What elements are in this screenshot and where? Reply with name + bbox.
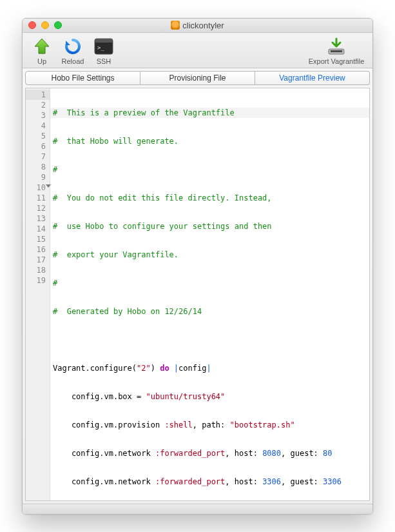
code-line: Vagrant.configure("2") do |config| [50, 363, 369, 373]
up-label: Up [37, 57, 46, 65]
code-line: # use Hobo to configure your settings an… [50, 221, 369, 232]
reload-label: Reload [62, 57, 84, 65]
minimize-icon[interactable] [41, 21, 49, 29]
line-number: 1 [26, 90, 50, 100]
line-number: 15 [26, 234, 50, 244]
tab-label: Hobo File Settings [51, 74, 114, 83]
up-arrow-icon [32, 36, 52, 57]
code-line: config.vm.provision :shell, path: "boots… [50, 420, 369, 430]
line-number: 13 [26, 213, 50, 224]
code-line: # [50, 164, 369, 175]
toolbar: Up Reload >_ SSH [23, 33, 372, 68]
terminal-icon: >_ [93, 36, 114, 57]
line-number: 14 [26, 224, 50, 234]
code-line: # that Hobo will generate. [50, 136, 369, 146]
tab-label: Vagrantfile Preview [279, 74, 345, 83]
code-area[interactable]: # This is a preview of the Vagrantfile #… [50, 88, 369, 500]
line-number: 17 [26, 255, 50, 265]
up-button[interactable]: Up [26, 36, 57, 65]
fold-toggle-icon[interactable] [46, 184, 51, 188]
line-number: 4 [26, 121, 50, 131]
app-icon [171, 21, 180, 30]
window-title-text: clickontyler [182, 21, 224, 30]
tab-bar: Hobo File Settings Provisioning File Vag… [25, 71, 370, 85]
window-footer [23, 504, 372, 514]
gutter: 1 2 3 4 5 6 7 8 9 10 11 12 13 14 15 16 1… [26, 88, 50, 500]
reload-button[interactable]: Reload [57, 36, 88, 65]
code-line [50, 335, 369, 345]
tab-label: Provisioning File [169, 74, 226, 83]
svg-rect-1 [95, 39, 113, 43]
line-number: 12 [26, 203, 50, 213]
line-number: 5 [26, 131, 50, 141]
line-number: 9 [26, 172, 50, 182]
window-title: clickontyler [23, 21, 372, 30]
line-number: 16 [26, 244, 50, 255]
export-label: Export Vagrantfile [309, 57, 365, 65]
line-number: 10 [26, 182, 50, 193]
code-line: config.vm.network :forwarded_port, host:… [50, 448, 369, 458]
tab-provisioning-file[interactable]: Provisioning File [140, 71, 255, 85]
traffic-lights [23, 21, 62, 29]
line-number: 19 [26, 275, 50, 286]
titlebar[interactable]: clickontyler [23, 19, 372, 33]
reload-icon [63, 36, 83, 57]
code-line: # Generated by Hobo on 12/26/14 [50, 306, 369, 317]
code-editor[interactable]: 1 2 3 4 5 6 7 8 9 10 11 12 13 14 15 16 1… [25, 88, 370, 501]
svg-text:>_: >_ [97, 44, 104, 51]
code-line: # [50, 278, 369, 288]
line-number: 11 [26, 193, 50, 203]
line-number: 18 [26, 265, 50, 275]
line-number: 2 [26, 100, 50, 110]
ssh-button[interactable]: >_ SSH [88, 36, 119, 65]
svg-rect-4 [331, 50, 342, 52]
close-icon[interactable] [28, 21, 36, 29]
line-number: 8 [26, 162, 50, 172]
tab-vagrantfile-preview[interactable]: Vagrantfile Preview [255, 71, 370, 85]
code-line: config.vm.box = "ubuntu/trusty64" [50, 391, 369, 402]
code-line: # This is a preview of the Vagrantfile [50, 108, 369, 118]
export-icon [326, 36, 347, 57]
line-number: 6 [26, 141, 50, 152]
line-number: 7 [26, 152, 50, 162]
code-line: # You do not edit this file directly. In… [50, 193, 369, 203]
zoom-icon[interactable] [54, 21, 62, 29]
app-window: clickontyler Up Reload [22, 18, 373, 515]
ssh-label: SSH [97, 57, 111, 65]
code-line: config.vm.network :forwarded_port, host:… [50, 477, 369, 487]
line-number: 3 [26, 110, 50, 121]
tab-hobo-file-settings[interactable]: Hobo File Settings [25, 71, 140, 85]
export-vagrantfile-button[interactable]: Export Vagrantfile [304, 36, 369, 65]
code-line: # export your Vagrantfile. [50, 250, 369, 260]
